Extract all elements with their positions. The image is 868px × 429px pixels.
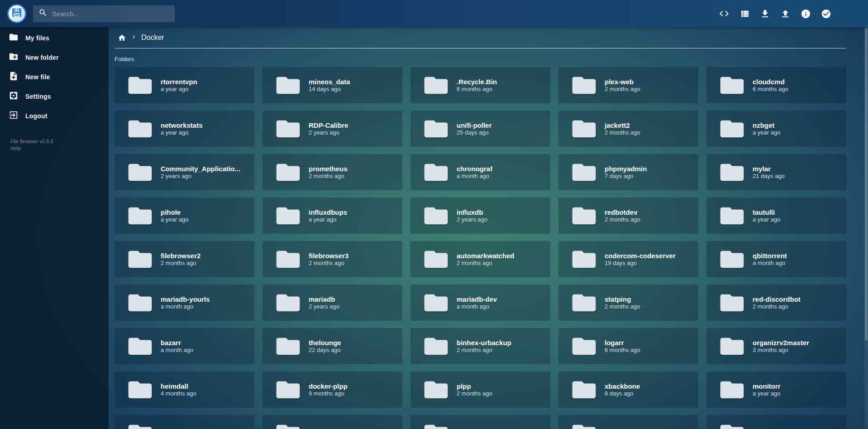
upload-icon[interactable] [778,7,792,20]
home-icon[interactable] [118,34,126,42]
select-multiple-icon[interactable] [819,7,833,20]
folder-card[interactable]: mariadb 2 years ago [262,284,402,321]
folder-card[interactable]: heimdall 4 months ago [114,371,254,408]
folder-icon [719,118,745,140]
folder-meta: docker-plpp 9 months ago [309,382,352,397]
folder-card[interactable]: minecraft [410,415,550,429]
sidebar: My files New folder New file Settings Lo… [0,27,109,429]
scrollbar-track[interactable] [864,27,868,429]
folder-icon [423,205,449,227]
folder-card[interactable]: Community_Applicatio... 2 years ago [114,154,254,190]
folder-icon [571,292,597,313]
folder-card[interactable]: pihole a year ago [114,198,254,234]
folder-card[interactable]: tautulli a year ago [706,198,846,234]
folder-icon [719,336,745,357]
folder-name: monitorr [753,382,781,390]
folder-card[interactable]: cloudcmd 6 months ago [706,67,846,103]
folder-icon [571,249,597,270]
sidebar-item-my-files[interactable]: My files [0,28,109,48]
folder-card[interactable]: organizrv2master 3 months ago [706,328,846,364]
folder-card[interactable]: logarr 6 months ago [558,328,698,364]
folder-card[interactable]: mineos [558,415,698,429]
folder-card[interactable]: codimd [706,415,846,429]
folder-card[interactable]: binhex-urbackup 2 months ago [410,328,550,364]
folder-name: Community_Applicatio... [161,165,240,173]
folder-card[interactable]: mariadb-dev a month ago [410,284,550,321]
folder-card[interactable]: nzbget a year ago [706,111,846,147]
folder-card[interactable]: jackett2 2 months ago [558,111,698,147]
app-logo[interactable] [7,4,26,23]
search-box[interactable] [33,5,175,22]
folder-icon [719,423,745,429]
folder-modified-date: 2 months ago [161,260,200,266]
folder-meta: prometheus 2 months ago [309,165,352,179]
folder-modified-date: 2 years ago [309,129,348,136]
folder-card[interactable]: mineos_data 14 days ago [262,67,402,103]
search-icon [38,8,48,19]
folder-card[interactable]: qbittorrent a month ago [706,241,846,277]
sidebar-item-new-file[interactable]: New file [0,67,109,87]
folder-name: binhex-urbackup [457,339,511,347]
folder-icon [571,205,597,227]
folder-card[interactable]: bazarr a month ago [114,328,254,364]
folder-card[interactable]: .Recycle.Bin 6 months ago [410,67,550,103]
list-view-icon[interactable] [738,7,751,20]
sidebar-item-new-folder[interactable]: New folder [0,48,109,67]
search-input[interactable] [52,10,169,18]
folder-icon [127,162,153,183]
folder-card[interactable]: influxdbups a year ago [262,198,402,234]
folder-meta: filebrowser3 2 months ago [309,252,353,266]
folder-name: mineos_data [309,78,350,86]
folder-name: heimdall [161,382,196,390]
folder-meta: monitorr a year ago [753,382,785,397]
folder-card[interactable]: RDP-Calibre 2 years ago [262,111,402,147]
folder-modified-date: 6 months ago [457,86,497,92]
folder-meta: qbittorrent a month ago [753,252,792,266]
sidebar-item-settings[interactable]: Settings [0,87,109,106]
folder-meta: cloudcmd 6 months ago [753,78,793,92]
folder-card[interactable]: prometheus 2 months ago [262,154,402,190]
folder-card[interactable]: red-discordbot 2 months ago [706,284,846,321]
folder-card[interactable]: redbotdev 2 months ago [558,198,698,234]
folder-icon [571,118,597,140]
scrollbar-thumb[interactable] [865,28,868,341]
folder-card[interactable]: filebrowser3 2 months ago [262,241,402,277]
download-icon[interactable] [758,7,772,20]
folder-card[interactable]: influxdb 2 years ago [410,198,550,234]
folder-card[interactable]: plpp 2 months ago [410,371,550,408]
folder-card[interactable]: code-server [114,415,254,429]
folder-card[interactable]: organizr [262,415,402,429]
folder-card[interactable]: mariadb-yourls a month ago [114,284,254,321]
folder-card[interactable]: monitorr a year ago [706,371,846,408]
breadcrumb-current[interactable]: Docker [141,34,164,42]
folder-card[interactable]: chronograf a month ago [410,154,550,190]
folder-icon [571,162,597,183]
new-file-icon [9,71,19,83]
folder-card[interactable]: unifi-poller 25 days ago [410,111,550,147]
folder-card[interactable]: xbackbone 8 days ago [558,371,698,408]
folder-card[interactable]: networkstats a year ago [114,111,254,147]
folder-icon [423,423,449,429]
folder-card[interactable]: rtorrentvpn a year ago [114,67,254,103]
folder-card[interactable]: filebrowser2 2 months ago [114,241,254,277]
folder-meta: mineos_data 14 days ago [309,78,355,92]
folder-card[interactable]: plex-web 2 months ago [558,67,698,103]
folder-modified-date: a year ago [753,216,780,223]
folder-card[interactable]: mylar 21 days ago [706,154,846,190]
folder-card[interactable]: automarkwatched 2 months ago [410,241,550,277]
code-icon[interactable] [717,7,731,20]
folder-name: nzbget [753,121,780,129]
folders-grid: rtorrentvpn a year ago mineos_data 14 da… [114,67,846,429]
folder-card[interactable]: phpmyadmin 7 days ago [558,154,698,190]
folder-card[interactable]: docker-plpp 9 months ago [262,371,402,408]
folder-name: redbotdev [605,208,640,216]
folder-card[interactable]: thelounge 22 days ago [262,328,402,364]
sidebar-item-logout[interactable]: Logout [0,106,109,125]
folder-card[interactable]: codercom-codeserver 19 days ago [558,241,698,277]
folder-icon [127,249,153,270]
help-link[interactable]: Help [10,145,21,152]
folder-meta: xbackbone 8 days ago [605,382,644,397]
folder-card[interactable]: statping 2 months ago [558,284,698,321]
folder-modified-date: 7 days ago [605,173,647,179]
info-icon[interactable] [799,7,812,20]
